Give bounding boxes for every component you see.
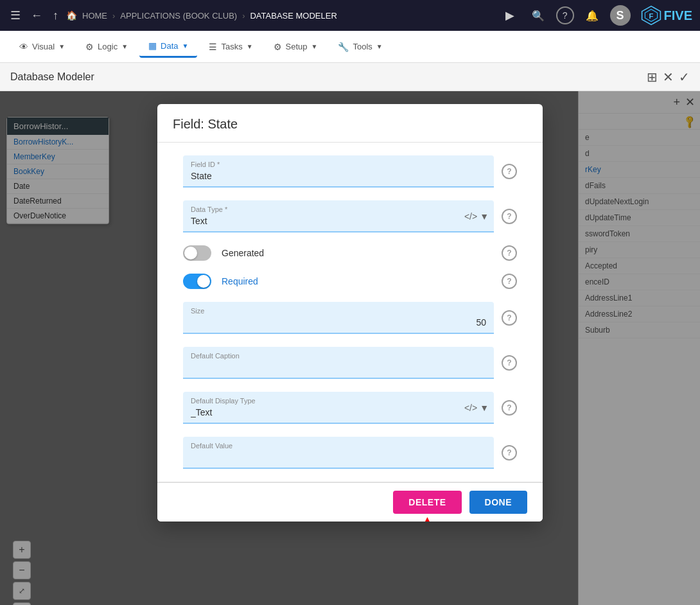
field-id-container: Field ID * — [183, 155, 494, 188]
red-arrow-indicator: ▲ — [421, 514, 435, 522]
generated-help-icon[interactable]: ? — [502, 245, 517, 261]
delete-button[interactable]: DELETE — [393, 491, 461, 514]
required-toggle-row: Required — [183, 274, 494, 289]
generated-toggle[interactable] — [183, 245, 211, 261]
five-logo: F FIVE — [641, 5, 692, 26]
current-page-label: DATABASE MODELER — [250, 11, 337, 21]
default-display-type-help-icon[interactable]: ? — [502, 400, 517, 416]
delete-btn-wrapper: DELETE ▲ — [393, 491, 461, 514]
background-content: BorrowHistor... BorrowHistoryK... Member… — [0, 91, 700, 605]
generated-toggle-row: Generated — [183, 245, 494, 261]
nav-actions: ▶ 🔍 ? 🔔 S — [500, 5, 631, 26]
data-type-row: Data Type * </> ▼ ? — [183, 200, 517, 232]
check-icon[interactable]: ✓ — [679, 69, 690, 85]
eye-icon: 👁 — [19, 42, 28, 52]
done-button[interactable]: DONE — [469, 491, 527, 514]
code-icon: </> — [464, 403, 477, 413]
default-display-type-icons: </> ▼ — [464, 403, 489, 413]
data-icon: ▦ — [148, 40, 157, 51]
required-toggle[interactable] — [183, 274, 211, 289]
tab-tools[interactable]: 🔧 Tools ▼ — [329, 37, 391, 57]
setup-icon: ⚙ — [274, 42, 282, 52]
home-link[interactable]: HOME — [82, 11, 107, 21]
data-type-container: Data Type * </> ▼ — [183, 200, 494, 232]
help-button[interactable]: ? — [556, 6, 574, 24]
tasks-icon: ☰ — [209, 42, 217, 52]
tab-logic[interactable]: ⚙ Logic ▼ — [76, 37, 137, 57]
dropdown-icon[interactable]: ▼ — [480, 403, 489, 413]
toggle-knob — [197, 275, 210, 288]
data-type-icons: </> ▼ — [464, 211, 489, 222]
default-caption-input[interactable] — [183, 347, 494, 379]
header-actions: ⊞ ✕ ✓ — [647, 69, 690, 85]
required-help-icon[interactable]: ? — [502, 274, 517, 289]
default-display-type-input[interactable] — [183, 392, 494, 424]
modal-body: Field ID * ? Data Type * </> ▼ — [157, 143, 543, 482]
field-id-row: Field ID * ? — [183, 155, 517, 188]
data-type-help-icon[interactable]: ? — [502, 209, 517, 224]
default-value-input[interactable] — [183, 437, 494, 469]
modal-title: Field: State — [173, 117, 238, 131]
generated-label: Generated — [222, 248, 264, 258]
size-help-icon[interactable]: ? — [502, 310, 517, 326]
code-icon: </> — [464, 211, 477, 222]
field-id-input[interactable] — [183, 155, 494, 188]
page-title: Database Modeler — [10, 71, 94, 83]
field-state-modal: Field: State Field ID * ? Data — [157, 104, 543, 522]
modal-footer: DELETE ▲ DONE — [157, 482, 543, 522]
required-label: Required — [222, 276, 258, 286]
app-link[interactable]: APPLICATIONS (BOOK CLUB) — [120, 11, 237, 21]
default-value-row: Default Value ? — [183, 437, 517, 469]
play-button[interactable]: ▶ — [500, 5, 520, 26]
default-caption-container: Default Caption — [183, 347, 494, 379]
logic-icon: ⚙ — [85, 42, 94, 52]
size-container: Size — [183, 302, 494, 334]
size-row: Size ? — [183, 302, 517, 334]
main-area: BorrowHistor... BorrowHistoryK... Member… — [0, 91, 700, 605]
second-navigation: 👁 Visual ▼ ⚙ Logic ▼ ▦ Data ▼ ☰ Tasks ▼ … — [0, 31, 700, 63]
default-caption-help-icon[interactable]: ? — [502, 355, 517, 371]
generated-row: Generated ? — [183, 245, 517, 261]
svg-text:F: F — [649, 12, 653, 20]
tab-visual[interactable]: 👁 Visual ▼ — [10, 37, 74, 57]
breadcrumb: 🏠 HOME › APPLICATIONS (BOOK CLUB) › DATA… — [66, 10, 494, 21]
back-icon[interactable]: ← — [28, 6, 45, 25]
default-value-help-icon[interactable]: ? — [502, 445, 517, 460]
tab-setup[interactable]: ⚙ Setup ▼ — [265, 37, 327, 57]
page-header: Database Modeler ⊞ ✕ ✓ — [0, 63, 700, 91]
up-icon[interactable]: ↑ — [50, 6, 61, 25]
required-row: Required ? — [183, 274, 517, 289]
tools-icon: 🔧 — [338, 42, 349, 52]
modal-header: Field: State — [157, 104, 543, 143]
field-id-help-icon[interactable]: ? — [502, 164, 517, 179]
default-display-type-container: Default Display Type </> ▼ — [183, 392, 494, 424]
top-navigation: ☰ ← ↑ 🏠 HOME › APPLICATIONS (BOOK CLUB) … — [0, 0, 700, 31]
tab-tasks[interactable]: ☰ Tasks ▼ — [200, 37, 261, 57]
notifications-button[interactable]: 🔔 — [582, 5, 602, 26]
add-column-icon[interactable]: ⊞ — [647, 69, 658, 85]
default-value-container: Default Value — [183, 437, 494, 469]
size-input[interactable] — [183, 302, 494, 334]
default-caption-row: Default Caption ? — [183, 347, 517, 379]
data-type-input[interactable] — [183, 200, 494, 232]
dropdown-icon[interactable]: ▼ — [480, 211, 489, 222]
default-display-type-row: Default Display Type </> ▼ ? — [183, 392, 517, 424]
search-button[interactable]: 🔍 — [528, 5, 548, 26]
user-avatar[interactable]: S — [610, 5, 631, 26]
close-page-icon[interactable]: ✕ — [663, 69, 674, 85]
modal-backdrop: Field: State Field ID * ? Data — [0, 91, 700, 605]
tab-data[interactable]: ▦ Data ▼ — [139, 35, 197, 58]
menu-icon[interactable]: ☰ — [8, 6, 23, 25]
toggle-knob — [184, 247, 197, 259]
